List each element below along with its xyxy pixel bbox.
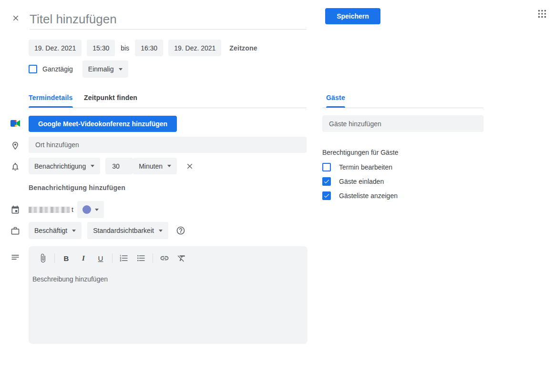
tab-event-details[interactable]: Termindetails [29,94,73,108]
recurrence-value: Einmalig [88,65,114,73]
description-area[interactable]: B I U Beschreibung hinzufügen [29,246,308,344]
all-day-checkbox[interactable] [29,65,37,73]
datetime-row: 19. Dez. 2021 15:30 bis 16:30 19. Dez. 2… [29,40,257,56]
chevron-down-icon [91,165,94,167]
chevron-down-icon [95,209,99,211]
start-time-chip[interactable]: 15:30 [87,40,115,56]
bell-icon [10,161,21,172]
bulleted-list-icon[interactable] [135,252,147,264]
notification-type-value: Benachrichtigung [34,162,86,170]
description-toolbar: B I U [37,251,308,265]
permission-label: Gäste einladen [339,178,384,185]
add-notification-button[interactable]: Benachrichtigung hinzufügen [29,184,125,191]
toolbar-separator [153,253,153,263]
all-day-label: Ganztägig [42,65,73,73]
timezone-button[interactable]: Zeitzone [229,44,257,52]
calendar-icon [10,204,21,216]
invite-others-checkbox[interactable] [322,177,331,186]
notification-unit-value: Minuten [139,162,163,170]
bold-button[interactable]: B [61,252,72,264]
title-input[interactable] [30,10,307,30]
chevron-down-icon [159,230,163,232]
visibility-dropdown[interactable]: Standardsichtbarkeit [87,222,168,239]
visibility-value: Standardsichtbarkeit [93,227,154,234]
google-meet-icon [10,118,21,129]
end-time-chip[interactable]: 16:30 [135,40,163,56]
busy-status-dropdown[interactable]: Beschäftigt [29,222,82,239]
description-placeholder[interactable]: Beschreibung hinzufügen [32,275,308,283]
save-button[interactable]: Speichern [325,8,380,24]
notification-type-dropdown[interactable]: Benachrichtigung [29,158,100,174]
permission-label: Termin bearbeiten [339,163,392,171]
options-row: Ganztägig Einmalig [29,60,128,78]
guest-permissions-title: Berechtigungen für Gäste [322,149,399,156]
event-color-dropdown[interactable] [77,201,104,218]
recurrence-dropdown[interactable]: Einmalig [82,60,128,78]
calendar-owner-redacted [29,207,71,213]
right-tab-bar: Gäste [322,93,483,108]
modify-event-checkbox[interactable] [322,163,331,171]
visibility-row: Beschäftigt Standardsichtbarkeit [29,222,185,239]
add-meet-button[interactable]: Google Meet-Videokonferenz hinzufügen [29,116,177,132]
chevron-down-icon [167,165,171,167]
clear-formatting-icon[interactable] [176,252,187,264]
start-date-chip[interactable]: 19. Dez. 2021 [29,40,82,56]
toolbar-separator [54,253,55,263]
chevron-down-icon [119,68,123,70]
notification-amount-input[interactable] [105,158,133,174]
permission-row-see-guestlist: Gästeliste anzeigen [322,191,398,200]
busy-status-value: Beschäftigt [34,227,67,234]
briefcase-icon [10,225,21,237]
see-guest-list-checkbox[interactable] [322,191,331,200]
help-icon[interactable] [176,226,185,235]
location-pin-icon [10,140,21,151]
permission-label: Gästeliste anzeigen [339,192,398,200]
guests-input[interactable] [322,115,483,132]
chevron-down-icon [72,230,76,232]
location-input[interactable] [29,137,307,153]
apps-grid-icon[interactable] [537,9,547,19]
insert-link-icon[interactable] [159,252,170,264]
tab-guests[interactable]: Gäste [326,94,345,108]
italic-button[interactable]: I [78,252,89,264]
event-color-dot [82,205,91,214]
end-date-chip[interactable]: 19. Dez. 2021 [168,40,221,56]
notes-icon [10,251,21,263]
close-icon[interactable] [10,13,21,23]
attachment-icon[interactable] [37,252,49,264]
calendar-row: t [29,201,104,218]
tab-find-time[interactable]: Zeitpunkt finden [84,94,137,108]
event-editor: Speichern 19. Dez. 2021 15:30 bis 16:30 … [0,0,554,392]
underline-button[interactable]: U [95,252,106,264]
until-label: bis [121,44,129,52]
notification-row: Benachrichtigung Minuten [29,158,195,174]
toolbar-separator [112,253,113,263]
calendar-owner-suffix: t [72,206,73,213]
numbered-list-icon[interactable] [118,252,130,264]
remove-notification-icon[interactable] [185,161,195,171]
permission-row-invite: Gäste einladen [322,177,384,186]
left-tab-bar: Termindetails Zeitpunkt finden [29,93,307,108]
notification-unit-dropdown[interactable]: Minuten [133,158,177,174]
permission-row-modify: Termin bearbeiten [322,163,392,171]
